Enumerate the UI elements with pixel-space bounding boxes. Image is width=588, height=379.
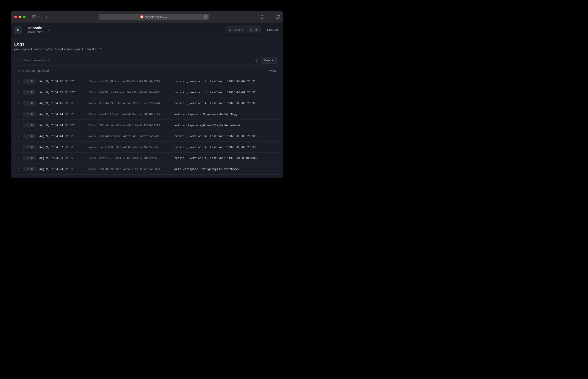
invoke-row: Invoke — [15, 65, 280, 76]
expand-caret-icon[interactable] — [17, 80, 20, 82]
page-menu-icon[interactable]: ⋯ — [204, 15, 208, 19]
window-maximize-button[interactable] — [23, 16, 26, 18]
log-message: auth workspace xg65inwt7t7j3xi6zqubsbu9 — [174, 124, 276, 127]
expand-caret-icon[interactable] — [17, 113, 20, 115]
svg-rect-2 — [166, 17, 167, 18]
log-row[interactable]: INFO Aug 9, 7:34:24 PM EDT 130ms 2a46818… — [15, 164, 280, 175]
log-duration: 130ms — [83, 167, 96, 171]
log-row[interactable]: INFO Aug 9, 7:34:44 PM EDT 136ms ac747c1… — [15, 109, 280, 120]
nav-back-button[interactable] — [45, 15, 48, 19]
divider — [25, 26, 25, 34]
log-timestamp: Aug 9, 7:34:24 PM EDT — [39, 167, 79, 171]
event-payload-input[interactable] — [22, 69, 266, 72]
log-row[interactable]: INFO Aug 9, 7:34:44 PM EDT 122ms 266cd8c… — [15, 120, 280, 131]
share-icon[interactable] — [260, 15, 264, 19]
expand-caret-icon[interactable] — [17, 135, 20, 137]
chevron-down-icon — [37, 16, 39, 17]
sidebar-toggle[interactable] — [32, 16, 39, 18]
log-row[interactable]: INFO Aug 9, 7:34:29 PM EDT 38ms 85db7651… — [15, 153, 280, 164]
view-dropdown[interactable]: View — [261, 57, 277, 63]
log-request-id: ca573c58-ffcc-4215-95f2-6928c9dcf26f — [99, 79, 171, 83]
log-level-badge: INFO — [23, 167, 36, 171]
log-duration: 38ms — [83, 156, 96, 159]
log-duration: 41ms — [83, 101, 96, 105]
up-down-chevron-icon — [99, 48, 102, 51]
log-level-badge: INFO — [23, 90, 36, 95]
address-pill[interactable]: console.sst.dev ⋯ — [99, 14, 209, 20]
jump-to-search[interactable]: Jump to ⌘ K — [226, 26, 261, 33]
log-request-id: 266cd8c4-b45e-48a9-8f87-9c429141128f — [99, 124, 171, 127]
log-timestamp: Aug 9, 7:34:45 PM EDT — [39, 91, 79, 94]
log-level-badge: INFO — [23, 134, 36, 139]
log-duration: 41ms — [83, 134, 96, 138]
expand-caret-icon[interactable] — [17, 124, 20, 126]
workspace-avatar[interactable]: S — [14, 26, 22, 34]
log-request-id: 0195b2c9-c103-490a-99d9-15ecd2267541 — [99, 101, 171, 105]
svg-rect-0 — [32, 16, 36, 18]
log-request-id: 85db7651-7451-4015-9aaf-4608c72fb675 — [99, 156, 171, 159]
environment-label: production — [28, 30, 44, 34]
log-row[interactable]: INFO Aug 9, 7:34:45 PM EDT 41ms 0195b2c9… — [15, 98, 280, 109]
app-title: console — [28, 26, 44, 30]
log-message: cookie { version: 4, lastSync: '2023-08-… — [174, 101, 276, 105]
log-row[interactable]: INFO Aug 9, 7:34:45 PM EDT 38ms 6e745dbc… — [15, 87, 280, 98]
log-timestamp: Aug 9, 7:34:44 PM EDT — [39, 124, 79, 127]
avatar-letter: S — [17, 28, 19, 32]
window-close-button[interactable] — [14, 16, 17, 18]
log-duration: 38ms — [83, 91, 96, 94]
log-row[interactable]: INFO Aug 9, 7:34:44 PM EDT 41ms ed114f0c… — [15, 131, 280, 142]
toolbar-status: Viewing recent logs — [23, 59, 49, 62]
site-favicon — [140, 16, 143, 18]
new-tab-icon[interactable] — [268, 15, 272, 19]
page-path[interactable]: packages/functions/src/replicache/pull.h… — [14, 47, 280, 51]
log-message: auth workspace rh9oywnwaz2pbr3n9c3bygiu — [174, 112, 276, 116]
log-message: auth workspace krxh8g6dbgid2umfho9vmy56 — [174, 167, 276, 171]
log-level-badge: INFO — [23, 145, 36, 149]
expand-caret-icon[interactable] — [17, 146, 20, 148]
play-icon — [17, 69, 20, 72]
log-timestamp: Aug 9, 7:34:32 PM EDT — [39, 145, 79, 149]
expand-caret-icon[interactable] — [17, 157, 20, 159]
log-level-badge: INFO — [23, 112, 36, 116]
workspace-switcher[interactable] — [47, 28, 50, 32]
log-rows: INFO Aug 9, 7:34:46 PM EDT 37ms ca573c58… — [15, 76, 280, 174]
browser-actions — [260, 15, 280, 19]
expand-caret-icon[interactable] — [17, 91, 20, 93]
log-level-badge: INFO — [23, 101, 36, 106]
log-row[interactable]: INFO Aug 9, 7:34:32 PM EDT 42ms f459f479… — [15, 142, 280, 153]
log-request-id: ac747c17-9e75-447d-9bac-ed68948f7f07 — [99, 112, 171, 116]
log-message: cookie { version: 4, lastSync: '2023-08-… — [174, 145, 276, 149]
log-request-id: f459f479-c3ce-44f0-ba82-e72baf51a6c5 — [99, 145, 171, 149]
url-text: console.sst.dev — [145, 16, 164, 19]
log-row[interactable]: INFO Aug 9, 7:34:46 PM EDT 37ms ca573c58… — [15, 76, 280, 87]
log-duration: 37ms — [83, 79, 96, 83]
arrow-down-icon — [17, 59, 20, 62]
expand-caret-icon[interactable] — [17, 102, 20, 104]
svg-point-4 — [229, 29, 230, 31]
logs-toolbar: Viewing recent logs View — [15, 55, 280, 65]
logout-button[interactable]: LOGOUT — [267, 28, 280, 32]
log-message: cookie { version: 4, lastSync: '1970-01-… — [174, 156, 276, 159]
up-down-chevron-icon — [47, 28, 50, 32]
log-message: cookie { version: 4, lastSync: '2023-08-… — [174, 79, 276, 83]
invoke-button[interactable]: Invoke — [268, 69, 276, 72]
log-duration: 136ms — [83, 112, 96, 116]
traffic-lights — [14, 16, 26, 18]
tabs-icon[interactable] — [276, 15, 280, 19]
expand-caret-icon[interactable] — [17, 168, 20, 170]
refresh-button[interactable] — [255, 59, 258, 62]
log-timestamp: Aug 9, 7:34:44 PM EDT — [39, 112, 79, 116]
log-level-badge: INFO — [23, 156, 36, 160]
log-level-badge: INFO — [23, 79, 36, 84]
page-title: Logs — [14, 42, 280, 47]
log-timestamp: Aug 9, 7:34:44 PM EDT — [39, 134, 79, 138]
log-request-id: 6e745dbc-1e7a-4b8b-a38c-698d4fba7d08 — [99, 91, 171, 94]
log-timestamp: Aug 9, 7:34:29 PM EDT — [39, 156, 79, 159]
log-timestamp: Aug 9, 7:34:45 PM EDT — [39, 101, 79, 105]
app-header: S console production Jump to ⌘ K LOGOUT — [11, 23, 283, 37]
path-text: packages/functions/src/replicache/pull.h… — [14, 47, 98, 51]
kbd-k: K — [254, 28, 258, 32]
search-icon — [228, 28, 231, 31]
logs-panel: Viewing recent logs View — [14, 55, 280, 175]
window-minimize-button[interactable] — [19, 16, 21, 18]
